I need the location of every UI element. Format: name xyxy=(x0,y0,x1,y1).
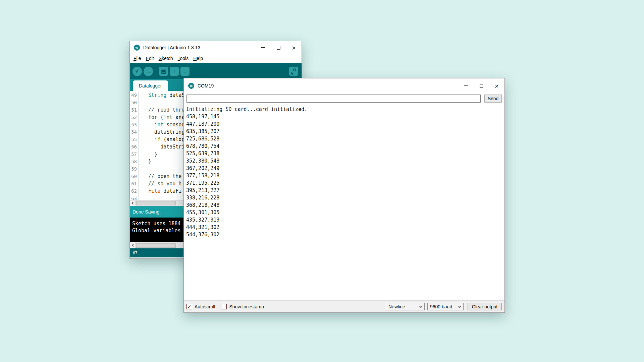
minimize-button[interactable] xyxy=(458,78,474,93)
ide-titlebar[interactable]: ∞ Datalogger | Arduino 1.8.13 × xyxy=(130,41,302,54)
serial-input[interactable] xyxy=(186,95,481,103)
desktop: ∞ Datalogger | Arduino 1.8.13 × FileEdit… xyxy=(0,0,644,362)
autoscroll-checkbox[interactable]: ✓ xyxy=(186,304,192,309)
close-icon: × xyxy=(292,44,296,51)
serial-options-group: Newline 9600 baud Clear output xyxy=(386,303,502,310)
tab-datalogger[interactable]: Datalogger xyxy=(133,80,168,91)
line-ending-value: Newline xyxy=(388,304,405,309)
serial-output-line: Initializing SD card...card initialized. xyxy=(186,106,504,113)
menu-sketch[interactable]: Sketch xyxy=(156,56,175,61)
baud-rate-value: 9600 baud xyxy=(430,304,452,309)
serial-output-line: 458,197,145 xyxy=(186,113,504,120)
serial-output-line: 447,187,200 xyxy=(186,120,504,128)
save-sketch-button[interactable]: ↓ xyxy=(180,67,190,76)
serial-output-line: 444,321,302 xyxy=(186,224,504,231)
toolbar-buttons: ✓→▤↑↓ xyxy=(132,67,190,76)
serial-monitor-button[interactable] xyxy=(289,67,298,76)
baud-rate-select[interactable]: 9600 baud xyxy=(427,303,464,310)
line-number: 62 xyxy=(130,187,139,195)
scroll-left-button[interactable] xyxy=(130,242,136,248)
clear-output-button[interactable]: Clear output xyxy=(468,303,502,310)
arduino-logo-icon: ∞ xyxy=(134,45,140,51)
serial-output-line: 525,639,738 xyxy=(186,150,504,157)
line-number: 55 xyxy=(130,136,139,143)
scrollbar-thumb[interactable] xyxy=(136,243,176,248)
serial-output-line: 725,686,528 xyxy=(186,135,504,142)
open-sketch-icon: ↑ xyxy=(173,69,176,74)
close-button[interactable]: × xyxy=(489,78,504,93)
line-number: 59 xyxy=(130,165,139,173)
line-number: 52 xyxy=(130,114,139,121)
serial-output-line: 678,780,754 xyxy=(186,142,504,150)
serial-output-line: 435,327,313 xyxy=(186,216,504,224)
serial-output-line: 368,218,248 xyxy=(186,201,504,209)
line-number: 58 xyxy=(130,158,139,165)
menu-file[interactable]: File xyxy=(131,56,144,61)
menu-bar: FileEditSketchToolsHelp xyxy=(130,54,302,63)
line-ending-select[interactable]: Newline xyxy=(386,303,425,310)
ide-window-title: Datalogger | Arduino 1.8.13 xyxy=(143,45,200,50)
serial-output-line: 367,202,249 xyxy=(186,165,504,172)
maximize-icon xyxy=(480,84,483,88)
arduino-logo-icon: ∞ xyxy=(188,83,194,89)
serial-output[interactable]: Initializing SD card...card initialized.… xyxy=(184,104,504,300)
minimize-icon xyxy=(464,85,468,86)
close-button[interactable]: × xyxy=(286,41,302,54)
save-sketch-icon: ↓ xyxy=(184,69,186,74)
chevron-down-icon xyxy=(458,304,462,308)
upload-button[interactable]: → xyxy=(144,67,153,76)
show-timestamp-checkbox[interactable] xyxy=(221,304,227,309)
serial-output-line: 395,213,227 xyxy=(186,187,504,194)
serial-output-line: 371,195,225 xyxy=(186,179,504,187)
line-number: 56 xyxy=(130,143,139,150)
minimize-button[interactable] xyxy=(255,41,271,54)
serial-input-row: Send xyxy=(184,93,504,104)
current-line-indicator: 67 xyxy=(133,251,137,255)
chevron-left-icon xyxy=(131,202,134,204)
line-number: 53 xyxy=(130,121,139,128)
serial-output-line: 544,376,302 xyxy=(186,231,504,238)
serial-output-line: 455,301,305 xyxy=(186,209,504,216)
toolbar: ✓→▤↑↓ xyxy=(130,63,302,79)
maximize-button[interactable] xyxy=(271,41,286,54)
serial-monitor-window: ∞ COM19 × Send Initializing SD card...ca… xyxy=(183,78,505,313)
ide-window-controls: × xyxy=(255,41,302,54)
serial-output-line: 377,158,218 xyxy=(186,172,504,179)
upload-icon: → xyxy=(146,69,151,74)
line-number: 51 xyxy=(130,106,139,114)
chevron-down-icon xyxy=(419,304,423,308)
verify-button[interactable]: ✓ xyxy=(132,67,142,76)
menu-edit[interactable]: Edit xyxy=(144,56,156,61)
line-number: 50 xyxy=(130,99,139,106)
serial-window-title: COM19 xyxy=(198,83,214,88)
serial-window-controls: × xyxy=(458,78,504,93)
line-number: 61 xyxy=(130,180,139,187)
menu-help[interactable]: Help xyxy=(191,56,205,61)
magnifier-icon xyxy=(293,68,296,71)
serial-output-line: 338,216,228 xyxy=(186,194,504,201)
serial-output-line: 635,385,207 xyxy=(186,128,504,135)
open-sketch-button[interactable]: ↑ xyxy=(170,67,179,76)
line-number: 54 xyxy=(130,128,139,136)
serial-titlebar[interactable]: ∞ COM19 × xyxy=(184,78,504,93)
minimize-icon xyxy=(261,47,265,48)
tab-label: Datalogger xyxy=(139,83,162,88)
line-number: 63 xyxy=(130,195,139,200)
serial-output-line: 352,380,548 xyxy=(186,157,504,165)
close-icon: × xyxy=(495,82,499,89)
line-number: 60 xyxy=(130,173,139,180)
send-button[interactable]: Send xyxy=(484,95,502,103)
autoscroll-label: Autoscroll xyxy=(195,304,215,309)
new-sketch-icon: ▤ xyxy=(161,69,166,74)
show-timestamp-label: Show timestamp xyxy=(229,304,264,309)
scroll-left-button[interactable] xyxy=(130,200,136,206)
maximize-button[interactable] xyxy=(474,78,489,93)
new-sketch-button[interactable]: ▤ xyxy=(159,67,168,76)
scrollbar-thumb[interactable] xyxy=(136,201,176,205)
line-number: 57 xyxy=(130,150,139,158)
maximize-icon xyxy=(277,46,280,50)
verify-icon: ✓ xyxy=(135,69,139,74)
line-number: 49 xyxy=(130,92,139,99)
menu-tools[interactable]: Tools xyxy=(175,56,191,61)
serial-bottom-bar: ✓ Autoscroll Show timestamp Newline 9600… xyxy=(184,300,504,312)
